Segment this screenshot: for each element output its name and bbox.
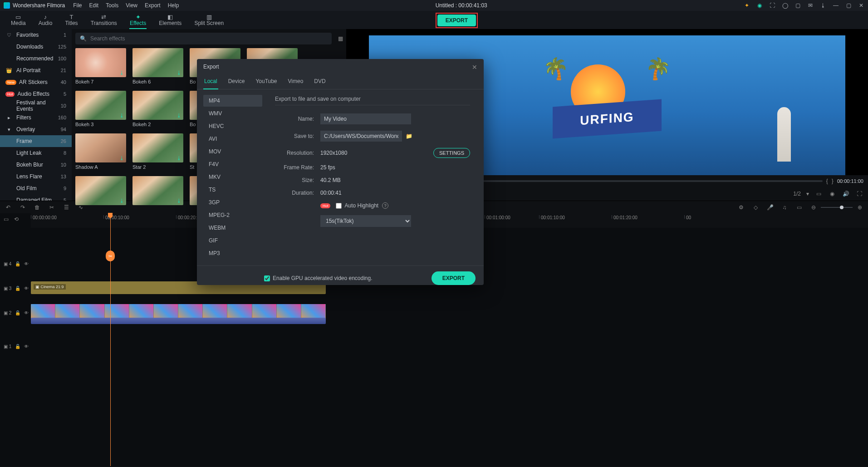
lock-icon[interactable]: 🔓 xyxy=(15,344,20,349)
eye-icon[interactable]: 👁 xyxy=(24,344,29,349)
effect-thumb[interactable]: ⭳ xyxy=(75,176,126,207)
bracket-right-icon[interactable]: } xyxy=(832,178,834,184)
sidebar-item-frame[interactable]: Frame26 xyxy=(0,135,72,147)
folder-icon[interactable]: 📁 xyxy=(406,133,412,139)
saveto-field[interactable] xyxy=(320,131,402,142)
eye-icon[interactable]: 👁 xyxy=(24,286,29,291)
gpu-checkbox[interactable] xyxy=(264,275,270,281)
gear-icon[interactable]: ⚙ xyxy=(737,204,745,211)
tab-transitions[interactable]: ⇄Transitions xyxy=(84,12,123,29)
effect-thumb[interactable]: ⭳ xyxy=(132,176,183,207)
menu-view[interactable]: View xyxy=(126,2,137,9)
sidebar-item-lens-flare[interactable]: Lens Flare13 xyxy=(0,171,72,182)
playback-speed[interactable]: 1/2 xyxy=(793,191,801,197)
export-tab-dvd[interactable]: DVD xyxy=(313,75,326,89)
format-mp4[interactable]: MP4 xyxy=(203,95,262,107)
gift-icon[interactable]: ⛶ xyxy=(769,2,775,9)
effect-thumb[interactable]: ⭳Star 2 xyxy=(132,133,183,170)
zoom-out-icon[interactable]: ⊖ xyxy=(810,204,817,211)
clip-audio[interactable] xyxy=(31,318,326,324)
export-tab-vimeo[interactable]: Vimeo xyxy=(287,75,304,89)
maximize-icon[interactable]: ▢ xyxy=(845,2,852,9)
menu-tools[interactable]: Tools xyxy=(106,2,118,9)
scissors-icon[interactable]: ✂ xyxy=(106,251,115,261)
chevron-down-icon[interactable]: ▾ xyxy=(806,191,809,197)
adjust-icon[interactable]: ☰ xyxy=(63,204,70,211)
tab-media[interactable]: ▭Media xyxy=(5,12,32,29)
tab-effects[interactable]: ✦Effects xyxy=(123,12,152,29)
settings-button[interactable]: SETTINGS xyxy=(433,148,470,158)
search-input[interactable]: 🔍 Search effects xyxy=(75,33,332,44)
eye-icon[interactable]: 👁 xyxy=(24,310,29,315)
preset-select[interactable]: 15s(TikTok) xyxy=(320,215,411,227)
sidebar-item-bokeh-blur[interactable]: Bokeh Blur10 xyxy=(0,159,72,171)
export-tab-local[interactable]: Local xyxy=(203,75,218,89)
format-mov[interactable]: MOV xyxy=(203,146,262,157)
grid-view-icon[interactable]: ▦ xyxy=(334,33,346,44)
sidebar-item-recommended[interactable]: Recommended100 xyxy=(0,53,72,64)
close-icon[interactable]: ✕ xyxy=(858,2,864,9)
format-f4v[interactable]: F4V xyxy=(203,158,262,170)
fullscreen-icon[interactable]: ⛶ xyxy=(855,190,863,198)
menu-export[interactable]: Export xyxy=(145,2,161,9)
format-mp3[interactable]: MP3 xyxy=(203,247,262,259)
bracket-left-icon[interactable]: { xyxy=(826,178,828,184)
sidebar-item-damaged-film[interactable]: Damaged Film5 xyxy=(0,194,72,201)
music-icon[interactable]: ♫ xyxy=(781,204,788,211)
sidebar-item-light-leak[interactable]: Light Leak8 xyxy=(0,147,72,159)
format-avi[interactable]: AVI xyxy=(203,133,262,145)
close-icon[interactable]: ✕ xyxy=(472,64,477,71)
format-mkv[interactable]: MKV xyxy=(203,171,262,183)
effect-thumb[interactable]: ⭳Bokeh 7 xyxy=(75,48,126,84)
wand-icon[interactable]: ✦ xyxy=(744,2,750,9)
format-ts[interactable]: TS xyxy=(203,184,262,196)
sidebar-item-ai-portrait[interactable]: 👑AI Portrait21 xyxy=(0,64,72,76)
frame-icon[interactable]: ▭ xyxy=(795,204,803,211)
mic-icon[interactable]: 🎤 xyxy=(766,204,774,211)
format-webm[interactable]: WEBM xyxy=(203,222,262,234)
tab-splitscreen[interactable]: ▥Split Screen xyxy=(188,12,230,29)
tab-titles[interactable]: TTitles xyxy=(59,12,84,29)
effect-thumb[interactable]: ⭳Bokeh 3 xyxy=(75,91,126,127)
format-wmv[interactable]: WMV xyxy=(203,108,262,119)
zoom-slider[interactable] xyxy=(821,207,853,208)
export-tab-youtube[interactable]: YouTube xyxy=(255,75,278,89)
sidebar-item-favorites[interactable]: ♡Favorites1 xyxy=(0,29,72,41)
playhead[interactable]: ✂ xyxy=(110,213,111,466)
cut-icon[interactable]: ✂ xyxy=(48,204,55,211)
mail-icon[interactable]: ✉ xyxy=(807,2,814,9)
format-mpeg-2[interactable]: MPEG-2 xyxy=(203,209,262,221)
headset-icon[interactable]: ◉ xyxy=(756,2,763,9)
sidebar-item-downloads[interactable]: Downloads125 xyxy=(0,41,72,53)
monitor-icon[interactable]: ▭ xyxy=(814,190,823,198)
format-hevc[interactable]: HEVC xyxy=(203,120,262,132)
menu-edit[interactable]: Edit xyxy=(89,2,99,9)
tab-audio[interactable]: ♪Audio xyxy=(32,12,59,29)
download-icon[interactable]: ⭳ xyxy=(820,2,826,9)
timeline-mode-icon[interactable]: ▭ xyxy=(4,216,9,222)
export-button[interactable]: EXPORT xyxy=(437,15,476,26)
zoom-in-icon[interactable]: ⊕ xyxy=(856,204,863,211)
format-3gp[interactable]: 3GP xyxy=(203,197,262,208)
undo-icon[interactable]: ↶ xyxy=(5,204,12,211)
sidebar-item-festival-and-events[interactable]: Festival and Events10 xyxy=(0,100,72,112)
menu-help[interactable]: Help xyxy=(168,2,179,9)
delete-icon[interactable]: 🗑 xyxy=(34,204,41,211)
name-field[interactable] xyxy=(320,113,411,124)
menu-file[interactable]: File xyxy=(73,2,82,9)
export-final-button[interactable]: EXPORT xyxy=(432,271,476,285)
lock-icon[interactable]: 🔓 xyxy=(15,286,20,291)
minimize-icon[interactable]: — xyxy=(833,2,839,9)
link-icon[interactable]: ⟲ xyxy=(14,216,19,222)
tab-elements[interactable]: ◧Elements xyxy=(152,12,188,29)
sidebar-item-old-film[interactable]: Old Film9 xyxy=(0,182,72,194)
sidebar-item-audio-effects[interactable]: HotAudio Effects5 xyxy=(0,88,72,100)
user-icon[interactable]: ◯ xyxy=(782,2,788,9)
sidebar-item-overlay[interactable]: ▾Overlay94 xyxy=(0,123,72,135)
volume-icon[interactable]: 🔊 xyxy=(842,190,850,198)
shield-icon[interactable]: ◇ xyxy=(752,204,759,211)
autohighlight-checkbox[interactable] xyxy=(336,203,342,209)
redo-icon[interactable]: ↷ xyxy=(19,204,26,211)
effect-thumb[interactable]: ⭳Bokeh 2 xyxy=(132,91,183,127)
effect-thumb[interactable]: ⭳Bokeh 6 xyxy=(132,48,183,84)
